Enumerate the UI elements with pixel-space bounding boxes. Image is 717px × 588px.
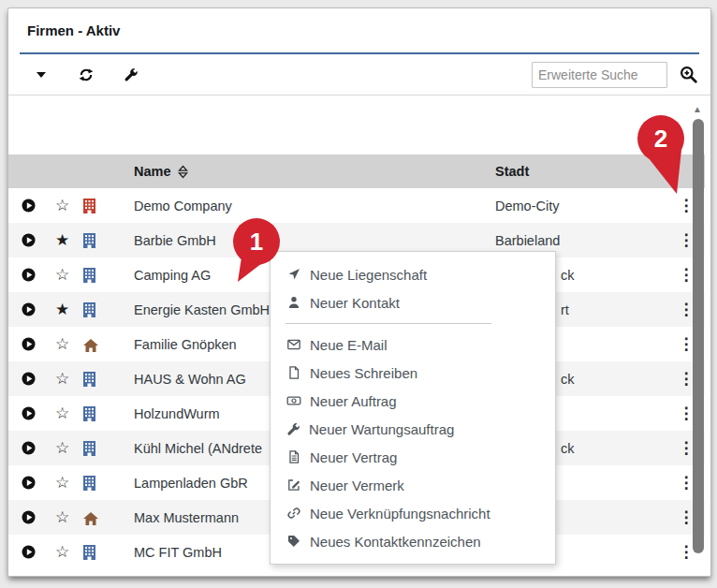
favorite-star-icon[interactable]	[55, 336, 83, 352]
play-circle-icon[interactable]	[22, 441, 55, 455]
tag-icon	[286, 534, 301, 549]
pen-square-icon	[286, 478, 301, 492]
table-header: Name Stadt	[8, 154, 705, 188]
play-circle-icon[interactable]	[22, 406, 55, 420]
company-type-icon	[83, 198, 119, 213]
wrench-icon	[286, 422, 300, 436]
company-type-icon	[83, 405, 119, 421]
menu-item-neuer-auftrag[interactable]: Neuer Auftrag	[271, 387, 555, 415]
toolbar-gap	[8, 96, 710, 154]
sort-icon[interactable]	[178, 165, 188, 179]
company-city: Barbieland	[493, 233, 667, 248]
toolbar	[8, 54, 710, 96]
play-circle-icon[interactable]	[22, 268, 55, 282]
menu-item-label: Neue Liegenschaft	[310, 267, 427, 283]
vertical-scrollbar: ▲	[690, 102, 707, 575]
row-context-menu: Neue Liegenschaft Neuer Kontakt Neue E-M…	[270, 251, 556, 565]
panel-titlebar: Firmen - Aktiv	[20, 8, 699, 54]
favorite-star-icon[interactable]	[55, 301, 83, 317]
firmen-panel: Firmen - Aktiv Name Stadt Demo Company D…	[7, 7, 711, 577]
envelope-icon	[286, 337, 301, 352]
menu-item-label: Neuer Wartungsauftrag	[309, 421, 454, 437]
favorite-star-icon[interactable]	[55, 198, 83, 213]
favorite-star-icon[interactable]	[55, 232, 83, 248]
file-lines-icon	[286, 449, 301, 464]
menu-item-label: Neuer Kontakt	[310, 295, 400, 311]
page-title: Firmen - Aktiv	[20, 22, 120, 38]
menu-item-neuer-vertrag[interactable]: Neuer Vertrag	[271, 443, 555, 471]
company-type-icon	[83, 336, 119, 351]
company-type-icon	[83, 475, 119, 491]
company-name: Barbie GmbH	[119, 233, 493, 248]
caret-down-icon[interactable]	[33, 66, 50, 83]
menu-divider	[285, 323, 491, 324]
play-circle-icon[interactable]	[22, 372, 55, 386]
company-type-icon	[83, 440, 119, 456]
table-row[interactable]: Demo Company Demo-City ⋮	[8, 188, 705, 223]
company-type-icon	[83, 301, 119, 317]
company-type-icon	[83, 232, 119, 248]
company-city: Demo-City	[493, 198, 667, 213]
column-header-stadt[interactable]: Stadt	[493, 164, 667, 179]
scroll-up-arrow-icon[interactable]: ▲	[693, 104, 702, 114]
link-icon	[286, 506, 301, 521]
favorite-star-icon[interactable]	[55, 267, 83, 283]
play-circle-icon[interactable]	[22, 545, 55, 559]
menu-item-neues-schreiben[interactable]: Neues Schreiben	[271, 359, 555, 387]
menu-item-neuer-vermerk[interactable]: Neuer Vermerk	[271, 471, 555, 499]
menu-item-label: Neuer Vertrag	[310, 449, 397, 465]
play-circle-icon[interactable]	[22, 302, 55, 316]
favorite-star-icon[interactable]	[55, 440, 83, 456]
menu-item-neuer-kontakt[interactable]: Neuer Kontakt	[271, 288, 555, 316]
company-type-icon	[83, 267, 119, 283]
favorite-star-icon[interactable]	[55, 544, 83, 560]
menu-item-label: Neues Schreiben	[310, 365, 417, 381]
favorite-star-icon[interactable]	[55, 405, 83, 421]
favorite-star-icon[interactable]	[55, 509, 83, 525]
search-plus-icon[interactable]	[680, 66, 697, 83]
scrollbar-thumb[interactable]	[693, 119, 704, 553]
company-type-icon	[83, 544, 119, 560]
favorite-star-icon[interactable]	[55, 475, 83, 491]
company-name: Demo Company	[119, 198, 493, 213]
menu-item-label: Neue E-Mail	[310, 337, 388, 353]
search-input[interactable]	[532, 62, 667, 88]
column-label-name: Name	[134, 164, 171, 179]
money-bill-icon	[286, 393, 301, 408]
menu-item-neue-email[interactable]: Neue E-Mail	[271, 331, 555, 359]
favorite-star-icon[interactable]	[55, 371, 83, 387]
menu-item-neue-verknuepfungsnachricht[interactable]: Neue Verknüpfungsnachricht	[271, 499, 555, 527]
play-circle-icon[interactable]	[22, 233, 55, 247]
play-circle-icon[interactable]	[22, 476, 55, 490]
menu-item-label: Neuer Auftrag	[310, 393, 397, 409]
company-type-icon	[83, 371, 119, 387]
location-arrow-icon	[286, 267, 301, 282]
wrench-icon[interactable]	[123, 66, 139, 83]
menu-item-neue-liegenschaft[interactable]: Neue Liegenschaft	[271, 260, 555, 288]
column-header-name[interactable]: Name	[119, 164, 493, 179]
file-blank-icon	[286, 365, 301, 380]
play-circle-icon[interactable]	[22, 198, 55, 213]
play-circle-icon[interactable]	[22, 510, 55, 524]
play-circle-icon[interactable]	[22, 337, 55, 351]
refresh-icon[interactable]	[78, 66, 95, 83]
menu-item-label: Neuer Vermerk	[310, 478, 404, 493]
menu-item-label: Neue Verknüpfungsnachricht	[310, 506, 490, 522]
menu-item-neuer-wartungsauftrag[interactable]: Neuer Wartungsauftrag	[271, 415, 555, 443]
menu-item-label: Neues Kontaktkennzeichen	[310, 534, 481, 550]
company-type-icon	[83, 509, 119, 524]
menu-item-neues-kontaktkennzeichen[interactable]: Neues Kontaktkennzeichen	[271, 527, 555, 555]
user-icon	[286, 295, 301, 310]
